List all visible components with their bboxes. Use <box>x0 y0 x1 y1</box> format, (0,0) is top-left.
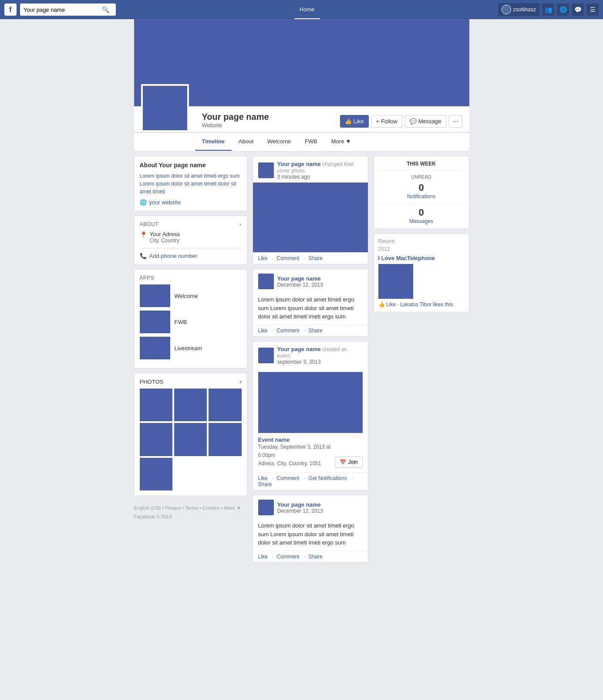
notifications-label[interactable]: Notifications <box>378 193 465 200</box>
user-name: zsoltihasz <box>513 7 536 13</box>
location-icon: 📍 <box>140 231 147 238</box>
post-2-share[interactable]: Share <box>309 328 323 334</box>
footer-cookies[interactable]: Cookies <box>202 505 220 511</box>
menu-icon[interactable]: ☰ <box>586 3 599 16</box>
recent-thumb[interactable] <box>378 264 413 299</box>
like-label[interactable]: Like <box>386 301 396 308</box>
content-area: About Your page name Lorem ipsum dolor s… <box>134 151 469 572</box>
friends-icon[interactable]: 👥 <box>542 3 554 16</box>
search-bar[interactable]: 🔍 <box>20 3 116 16</box>
like-button[interactable]: 👍 Like <box>340 115 369 128</box>
post-4-author[interactable]: Your page name <box>277 501 321 508</box>
photo-2[interactable] <box>174 389 207 421</box>
post-2-actions: Like · Comment · Share <box>253 325 368 336</box>
topnav-right: zsoltihasz 👥 🌐 💬 ☰ <box>498 3 599 16</box>
post-1-comment[interactable]: Comment <box>277 255 300 261</box>
page-title: Your page name <box>202 112 340 122</box>
profile-pic-wrapper <box>141 84 189 132</box>
post-2-like[interactable]: Like <box>258 328 268 334</box>
post-3-getnotif[interactable]: Get Notifications <box>309 475 347 481</box>
tab-more[interactable]: More ▼ <box>324 133 358 151</box>
photos-chevron-icon[interactable]: › <box>239 379 241 385</box>
phone-link[interactable]: 📞 Add phone number <box>140 253 242 259</box>
post-4-header: Your page name December 12, 2013 <box>253 495 368 518</box>
home-link[interactable]: Home <box>294 0 320 19</box>
like-icon-small: 👍 <box>378 301 385 308</box>
post-1-avatar <box>258 162 274 178</box>
post-1-like[interactable]: Like <box>258 255 268 261</box>
post-1-header: Your page name changed their cover photo… <box>253 156 368 183</box>
post-3-share[interactable]: Share <box>258 481 272 487</box>
fb-logo: f <box>4 3 17 16</box>
post-3-header: Your page name created an event. septemb… <box>253 342 368 368</box>
join-button[interactable]: 📅 Join <box>335 457 362 468</box>
website-link[interactable]: 🌐 your website <box>140 199 242 206</box>
calendar-icon: 📅 <box>340 459 346 465</box>
messages-label[interactable]: Messages <box>378 218 465 224</box>
chevron-down-icon: ▼ <box>345 138 351 145</box>
like-dot-sep: · <box>397 301 400 308</box>
post-1-share[interactable]: Share <box>309 255 323 261</box>
post-2-comment[interactable]: Comment <box>277 328 300 334</box>
photo-1[interactable] <box>140 389 172 421</box>
post-3-comment[interactable]: Comment <box>277 475 300 481</box>
post-4: Your page name December 12, 2013 Lorem i… <box>253 495 368 563</box>
chat-icon[interactable]: 💬 <box>572 3 584 16</box>
app-livestream[interactable]: Livestream <box>140 337 242 359</box>
tab-fwb[interactable]: FWB <box>298 133 324 151</box>
photo-6[interactable] <box>209 423 241 456</box>
photo-3[interactable] <box>209 389 241 421</box>
photos-section: PHOTOS › <box>134 373 247 496</box>
post-3-like[interactable]: Like <box>258 475 268 481</box>
post-2-author[interactable]: Your page name <box>277 275 321 282</box>
search-input[interactable] <box>24 7 102 13</box>
post-4-share[interactable]: Share <box>309 554 323 560</box>
post-4-actions: Like · Comment · Share <box>253 551 368 562</box>
post-1-author[interactable]: Your page name <box>277 161 321 167</box>
post-2-avatar <box>258 274 274 289</box>
plus-icon: + <box>376 118 380 125</box>
post-3-actions: Like · Comment · Get Notifications · Sha… <box>253 472 368 490</box>
photo-4[interactable] <box>140 423 172 456</box>
tab-timeline[interactable]: Timeline <box>195 133 232 151</box>
tab-welcome[interactable]: Welcome <box>260 133 298 151</box>
tab-about[interactable]: About <box>232 133 260 151</box>
more-dots-button[interactable]: ⋯ <box>449 115 462 128</box>
chevron-right-icon[interactable]: › <box>239 221 242 227</box>
footer-copyright: Facebook © 2014 <box>134 513 247 521</box>
about-text: Lorem ipsum dolor sit amet timeti ergo s… <box>140 172 242 196</box>
footer-privacy[interactable]: Privacy <box>165 505 181 511</box>
footer-terms[interactable]: Terms <box>185 505 198 511</box>
event-name[interactable]: Event name <box>258 436 335 443</box>
thumbsup-icon: 👍 <box>345 118 352 125</box>
recent-page-name[interactable]: I Love MacTelephone <box>378 255 465 261</box>
app-name-welcome: Welcome <box>175 293 198 299</box>
post-3-author[interactable]: Your page name <box>277 346 321 352</box>
app-fwb[interactable]: FWB <box>140 311 242 333</box>
message-button[interactable]: 💬 Message <box>405 115 446 128</box>
app-thumb-livestream <box>140 337 170 359</box>
post-3: Your page name created an event. septemb… <box>253 341 368 491</box>
address-section: ABOUT › 📍 Your Adress City, Country 📞 Ad… <box>134 216 247 265</box>
about-section: About Your page name Lorem ipsum dolor s… <box>134 156 247 211</box>
photo-5[interactable] <box>174 423 207 456</box>
footer-more[interactable]: More <box>224 505 235 511</box>
photos-header: PHOTOS › <box>140 379 242 385</box>
photo-7[interactable] <box>140 458 172 490</box>
recent-year: 2012 <box>378 246 465 252</box>
footer-english[interactable]: English (US) <box>134 505 161 511</box>
post-3-time: september 3, 3013 <box>277 359 363 365</box>
follow-button[interactable]: + Follow <box>371 115 402 128</box>
globe-icon[interactable]: 🌐 <box>557 3 569 16</box>
post-4-like[interactable]: Like <box>258 554 268 560</box>
post-4-time: December 12, 2013 <box>277 508 323 514</box>
app-welcome[interactable]: Welcome <box>140 284 242 307</box>
post-3-avatar <box>258 348 274 363</box>
event-image <box>258 372 363 433</box>
phone-icon: 📞 <box>140 253 147 259</box>
post-1-image <box>253 183 368 252</box>
post-4-comment[interactable]: Comment <box>277 554 300 560</box>
page-website: Website <box>202 122 340 129</box>
avatar <box>502 5 511 14</box>
user-menu[interactable]: zsoltihasz <box>498 3 539 16</box>
